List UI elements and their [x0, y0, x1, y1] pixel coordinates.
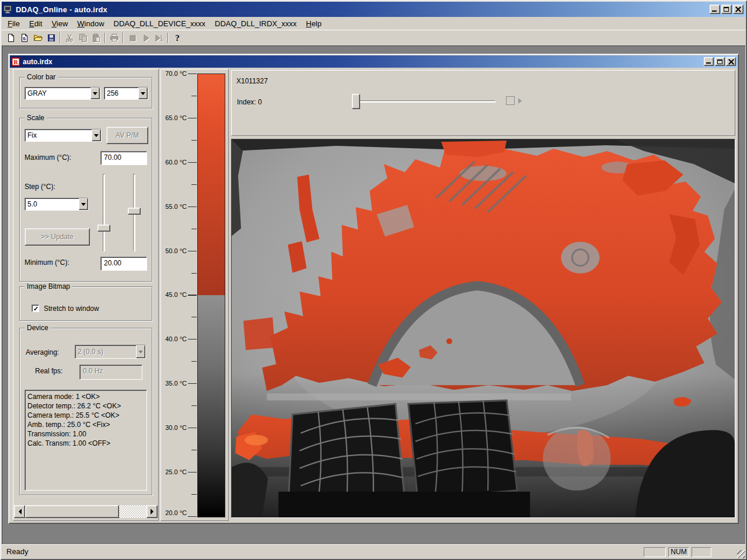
avpm-button[interactable]: AV P/M: [106, 127, 148, 144]
minimize-button[interactable]: [710, 5, 720, 14]
maximum-slider-thumb[interactable]: [128, 208, 141, 215]
control-pane: Color bar GRAY 256 Scale: [13, 69, 159, 521]
close-icon: [727, 58, 735, 65]
index-slider-thumb[interactable]: [352, 94, 360, 109]
doc-close-button[interactable]: [726, 57, 736, 66]
copy-button[interactable]: [76, 32, 89, 44]
index-auto-checkbox[interactable]: [506, 96, 515, 105]
cut-button[interactable]: [62, 32, 76, 44]
svg-text:S: S: [22, 36, 26, 41]
doc-maximize-button[interactable]: [715, 57, 725, 66]
help-button[interactable]: ?: [170, 32, 184, 44]
status-cell-scrl: [692, 547, 711, 557]
device-legend: Device: [25, 324, 51, 332]
averaging-dropdown-button[interactable]: [136, 345, 145, 358]
averaging-combobox[interactable]: 2 (0.0 s): [75, 345, 146, 359]
doc-minimize-button[interactable]: [704, 57, 714, 66]
paste-button[interactable]: [89, 32, 103, 44]
step-forward-icon[interactable]: [518, 98, 525, 104]
real-fps-label: Real fps:: [35, 367, 62, 375]
status-line: Calc. Transm: 1.00 <OFF>: [27, 439, 144, 448]
svg-text:R: R: [13, 59, 18, 65]
script-document-button[interactable]: S: [18, 32, 31, 44]
thermal-image-frame: [231, 139, 735, 518]
scale-minor-ticks: [191, 96, 197, 495]
levels-value: 256: [104, 88, 138, 99]
scroll-right-button[interactable]: [146, 505, 158, 518]
mdi-client-area: R auto.irdx Color bar GRAY: [2, 46, 745, 544]
arrow-left-icon: [16, 509, 22, 514]
maximize-button[interactable]: [721, 5, 732, 14]
menu-file[interactable]: File: [3, 18, 25, 29]
color-bar-legend: Color bar: [25, 73, 58, 81]
stop-icon: [128, 33, 137, 43]
scale-mode-combobox[interactable]: Fix: [25, 129, 102, 142]
maximize-icon: [717, 60, 722, 64]
document-title: auto.irdx: [23, 58, 53, 66]
svg-text:1: 1: [162, 37, 164, 41]
toolbar: S: [2, 30, 745, 46]
menu-ddaq-dll-device[interactable]: DDAQ_DLL_DEVICE_xxxx: [109, 18, 211, 29]
palette-dropdown-button[interactable]: [90, 88, 100, 99]
stop-button[interactable]: [125, 32, 139, 44]
document-icon: R: [11, 57, 20, 66]
color-scale-pane: 70.0 °C 65.0 °C 60.0 °C 55.0 °C 50.0 °C …: [160, 69, 229, 521]
step-combobox[interactable]: 5.0: [25, 198, 89, 211]
status-line: Detector temp.: 26.2 °C <OK>: [27, 401, 144, 411]
scale-mode-dropdown-button[interactable]: [92, 130, 101, 141]
scale-mode-value: Fix: [25, 130, 92, 141]
color-bar-group: Color bar GRAY 256: [19, 77, 152, 108]
status-bar: Ready NUM: [2, 544, 745, 558]
save-icon: [47, 33, 56, 43]
menu-view[interactable]: View: [47, 18, 72, 29]
play-single-button[interactable]: 1: [152, 32, 166, 44]
stretch-checkbox[interactable]: ✓: [32, 304, 39, 312]
minimum-input[interactable]: 20.00: [100, 257, 147, 271]
averaging-value: 2 (0.0 s): [75, 346, 136, 357]
scrollbar-thumb[interactable]: [25, 505, 119, 518]
thermal-image[interactable]: [232, 139, 735, 517]
arrow-right-icon: [151, 509, 156, 514]
index-slider-track[interactable]: [357, 100, 495, 103]
minimum-label: Minimum (°C):: [25, 258, 69, 267]
menu-window[interactable]: Window: [72, 18, 109, 29]
toolbar-separator: [167, 33, 169, 43]
maximum-input[interactable]: 70.00: [100, 151, 147, 165]
levels-dropdown-button[interactable]: [138, 88, 148, 99]
menu-edit[interactable]: Edit: [25, 18, 47, 29]
menu-ddaq-dll-irdx[interactable]: DDAQ_DLL_IRDX_xxxx: [210, 18, 301, 29]
scale-tick-label: 55.0 °C: [161, 203, 187, 210]
palette-value: GRAY: [25, 88, 90, 99]
status-cell-caps: [644, 547, 666, 557]
play-button[interactable]: [139, 32, 152, 44]
step-value: 5.0: [25, 199, 79, 209]
minimum-slider-thumb[interactable]: [97, 225, 110, 232]
step-label: Step (°C):: [25, 183, 55, 191]
viewer-controls: X1011327 Index: 0: [231, 70, 735, 136]
close-button[interactable]: [733, 5, 743, 14]
pane-horizontal-scrollbar[interactable]: [14, 505, 158, 518]
minimum-slider-track[interactable]: [103, 174, 105, 251]
step-dropdown-button[interactable]: [79, 198, 88, 210]
real-fps-input[interactable]: 0.0 Hz: [79, 365, 142, 380]
resize-grip[interactable]: [737, 550, 745, 558]
scale-tick-label: 25.0 °C: [161, 468, 187, 475]
chevron-down-icon: [138, 351, 143, 356]
index-label: Index: 0: [237, 98, 262, 106]
new-document-button[interactable]: [4, 32, 18, 44]
print-button[interactable]: [107, 32, 121, 44]
save-button[interactable]: [44, 32, 58, 44]
scale-tick-label: 50.0 °C: [161, 247, 187, 254]
maximum-label: Maximum (°C):: [25, 153, 71, 162]
menu-help[interactable]: Help: [301, 18, 326, 29]
levels-combobox[interactable]: 256: [104, 87, 148, 100]
open-button[interactable]: [31, 32, 44, 44]
palette-combobox[interactable]: GRAY: [25, 87, 100, 100]
main-titlebar[interactable]: DDAQ_Online - auto.irdx: [2, 2, 745, 17]
open-folder-icon: [33, 33, 43, 43]
toolbar-separator: [123, 33, 124, 43]
update-button[interactable]: >> Update: [25, 228, 90, 246]
scroll-left-button[interactable]: [14, 505, 25, 518]
scale-tick-label: 40.0 °C: [161, 335, 187, 342]
document-titlebar[interactable]: R auto.irdx: [10, 55, 737, 68]
